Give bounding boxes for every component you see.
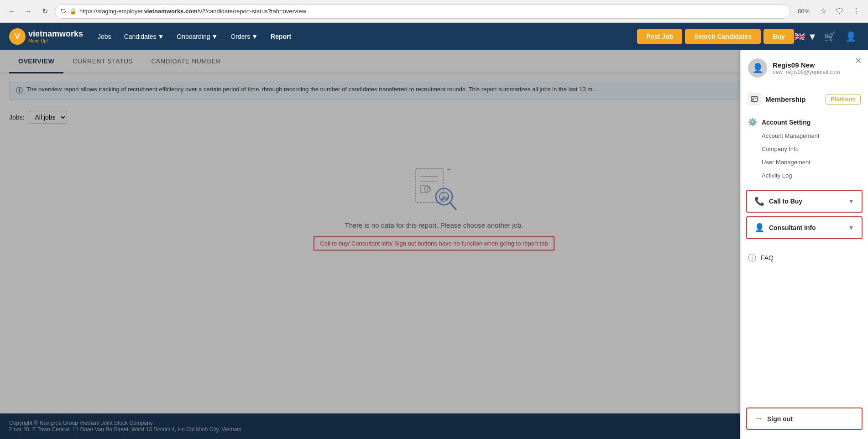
account-setting-header[interactable]: ⚙️ Account Setting: [741, 112, 868, 129]
panel-email: new_regis09@yopmail.com: [773, 69, 861, 75]
tabs-bar: OVERVIEW CURRENT STATUS CANDIDATE NUMBER: [0, 50, 868, 73]
shield-icon: 🛡: [61, 8, 67, 15]
panel-username: Regis09 New: [773, 61, 861, 69]
main-wrapper: OVERVIEW CURRENT STATUS CANDIDATE NUMBER…: [0, 50, 868, 439]
membership-label: Membership: [765, 95, 805, 103]
svg-text:+: +: [447, 166, 451, 173]
panel-close-button[interactable]: ✕: [855, 57, 862, 65]
nav-right: 🇬🇧 ▼ 🛒 👤: [794, 28, 859, 45]
empty-illustration: +: [407, 164, 461, 214]
forward-button[interactable]: →: [22, 5, 35, 18]
annotation-box: Call to buy/ Consultant info/ Sign out b…: [314, 236, 554, 251]
menu-button[interactable]: ⋮: [850, 5, 863, 18]
browser-right-icons: ☆ 🛡 ⋮: [817, 5, 863, 18]
chevron-down-icon: ▼: [157, 33, 164, 40]
membership-icon: [748, 93, 761, 105]
svg-rect-0: [416, 168, 443, 203]
phone-icon: 📞: [754, 196, 764, 206]
faq-item[interactable]: ⓘ FAQ: [741, 247, 868, 269]
right-panel: 👤 Regis09 New new_regis09@yopmail.com ✕ …: [740, 50, 868, 439]
top-nav: V vietnamworks Move Up! Jobs Candidates …: [0, 23, 868, 50]
search-candidates-button[interactable]: Search Candidates: [685, 29, 761, 44]
avatar: 👤: [748, 58, 767, 78]
settings-icon: ⚙️: [748, 118, 757, 126]
reload-button[interactable]: ↻: [38, 5, 51, 18]
buy-button[interactable]: Buy: [763, 29, 794, 44]
call-to-buy-label: Call to Buy: [769, 198, 802, 205]
info-icon: ⓘ: [16, 86, 23, 95]
footer-line2: Floor 20, E.Town Central, 11 Doan Van Bo…: [9, 426, 731, 433]
consultant-icon: 👤: [754, 223, 764, 233]
logo-text: vietnamworks: [28, 30, 83, 39]
nav-report[interactable]: Report: [265, 29, 297, 44]
footer-line1: Copyright © Navigros Group Vietnam Joint…: [9, 420, 731, 426]
svg-line-8: [450, 203, 456, 209]
info-bar: ⓘ The overview report allows tracking of…: [9, 81, 859, 100]
account-setting-label: Account Setting: [762, 119, 810, 126]
divider-1: [741, 186, 868, 186]
consultant-info-left: 👤 Consultant Info: [754, 223, 816, 233]
star-button[interactable]: ☆: [817, 5, 830, 18]
sign-out-icon: →: [754, 414, 763, 423]
consultant-info-item[interactable]: 👤 Consultant Info ▼: [746, 216, 863, 239]
menu-account-management[interactable]: Account Management: [741, 129, 868, 142]
lock-icon: 🔒: [69, 8, 77, 15]
logo-text-area: vietnamworks Move Up!: [28, 30, 83, 44]
nav-orders[interactable]: Orders ▼: [225, 29, 263, 44]
logo-area[interactable]: V vietnamworks Move Up!: [9, 28, 83, 45]
empty-message: There is no data for this report. Please…: [345, 221, 523, 229]
main-content: OVERVIEW CURRENT STATUS CANDIDATE NUMBER…: [0, 50, 868, 439]
info-text: The overview report allows tracking of r…: [26, 86, 597, 93]
nav-onboarding[interactable]: Onboarding ▼: [171, 29, 223, 44]
nav-jobs[interactable]: Jobs: [92, 29, 117, 44]
logo-sub: Move Up!: [28, 38, 83, 43]
call-to-buy-left: 📞 Call to Buy: [754, 196, 802, 206]
logo-icon: V: [9, 28, 26, 45]
menu-activity-log[interactable]: Activity Log: [741, 169, 868, 182]
post-job-button[interactable]: Post Job: [637, 29, 682, 44]
consultant-info-chevron: ▼: [848, 224, 854, 231]
panel-user-info: Regis09 New new_regis09@yopmail.com: [773, 61, 861, 75]
tab-candidate-number[interactable]: CANDIDATE NUMBER: [142, 50, 230, 73]
faq-label: FAQ: [761, 254, 774, 261]
membership-left: Membership: [748, 93, 805, 105]
filter-row: Jobs: All jobs From: 14/11/2021 → To:: [0, 107, 868, 127]
tab-current-status[interactable]: CURRENT STATUS: [63, 50, 142, 73]
svg-rect-9: [441, 198, 443, 200]
annotation-container: Call to buy/ Consultant info/ Sign out b…: [314, 236, 554, 251]
sign-out-label: Sign out: [767, 415, 793, 423]
nav-candidates[interactable]: Candidates ▼: [119, 29, 170, 44]
svg-rect-12: [751, 97, 758, 102]
divider-2: [741, 243, 868, 243]
filter-jobs-label: Jobs:: [9, 114, 24, 121]
back-button[interactable]: ←: [5, 5, 18, 18]
membership-section[interactable]: Membership Platinum: [741, 86, 868, 112]
call-to-buy-chevron: ▼: [848, 198, 854, 205]
chevron-down-icon-3: ▼: [251, 33, 258, 40]
empty-state: + There is no data for this report. Plea…: [0, 127, 868, 287]
zoom-level: 80%: [798, 8, 810, 15]
language-button[interactable]: 🇬🇧 ▼: [794, 31, 817, 42]
platinum-badge: Platinum: [826, 94, 861, 105]
address-bar[interactable]: 🛡 🔒 https://staging-employer.vietnamwork…: [55, 4, 790, 19]
shield-button[interactable]: 🛡: [833, 5, 846, 18]
sign-out-item[interactable]: → Sign out: [746, 408, 863, 430]
nav-links: Jobs Candidates ▼ Onboarding ▼ Orders ▼ …: [92, 29, 634, 44]
footer: Copyright © Navigros Group Vietnam Joint…: [0, 413, 740, 439]
panel-header: 👤 Regis09 New new_regis09@yopmail.com ✕: [741, 50, 868, 86]
call-to-buy-item[interactable]: 📞 Call to Buy ▼: [746, 190, 863, 213]
browser-chrome: ← → ↻ 🛡 🔒 https://staging-employer.vietn…: [0, 0, 868, 23]
svg-rect-11: [446, 197, 448, 200]
svg-rect-10: [444, 196, 445, 200]
user-button[interactable]: 👤: [842, 28, 859, 45]
tab-overview[interactable]: OVERVIEW: [9, 50, 63, 73]
menu-user-management[interactable]: User Management: [741, 156, 868, 169]
url-text: https://staging-employer.vietnamworks.co…: [79, 8, 784, 15]
svg-point-13: [753, 99, 753, 100]
chevron-down-icon-2: ▼: [212, 33, 218, 40]
consultant-info-label: Consultant Info: [769, 224, 816, 231]
faq-icon: ⓘ: [748, 252, 756, 263]
menu-company-info[interactable]: Company Info: [741, 142, 868, 156]
cart-button[interactable]: 🛒: [821, 28, 838, 45]
jobs-select[interactable]: All jobs: [29, 111, 67, 124]
